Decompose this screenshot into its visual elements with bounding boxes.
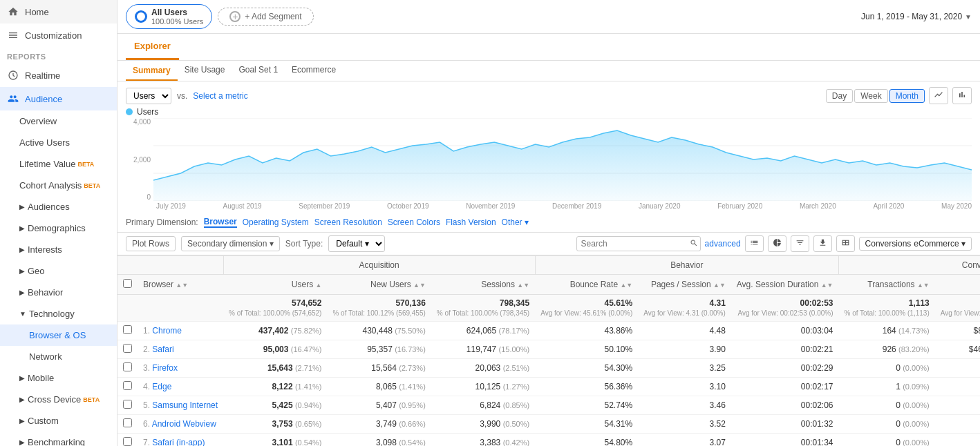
row-num: 2. (143, 345, 150, 354)
main-content: All Users 100.00% Users + + Add Segment … (117, 0, 980, 446)
users-col-header[interactable]: Users ▲ (223, 275, 327, 295)
search-wrap (576, 236, 701, 251)
dim-browser-link[interactable]: Browser (204, 217, 237, 228)
new-users-col-header[interactable]: New Users ▲▼ (327, 275, 431, 295)
date-range[interactable]: Jun 1, 2019 - May 31, 2020 ▼ (861, 12, 972, 21)
sidebar-item-benchmarking[interactable]: ▶ Benchmarking (0, 432, 117, 446)
row-users-cell: 3,101 (0.54%) (223, 434, 327, 447)
row-avg-duration-cell: 00:02:17 (731, 378, 839, 396)
browser-link[interactable]: Samsung Internet (152, 400, 218, 410)
tab-site-usage[interactable]: Site Usage (178, 61, 232, 81)
sidebar-item-cohort-analysis[interactable]: Cohort AnalysisBETA (0, 175, 117, 196)
funnel-button[interactable] (791, 235, 809, 252)
dim-os-link[interactable]: Operating System (243, 217, 309, 227)
select-metric-link[interactable]: Select a metric (193, 91, 247, 101)
totals-revenue-pct: Avg for View: $60,410.50 (0.00%) (941, 309, 980, 317)
sidebar-item-overview[interactable]: Overview (0, 110, 117, 132)
day-button[interactable]: Day (826, 89, 853, 103)
sidebar-item-network[interactable]: Network (0, 346, 117, 367)
totals-avg-duration: 00:02:53 (800, 298, 833, 308)
week-button[interactable]: Week (854, 89, 887, 103)
sidebar-item-geo[interactable]: ▶ Geo (0, 260, 117, 282)
totals-users: 574,652 (292, 298, 321, 308)
conversions-toggle[interactable]: Conversions eCommerce ▾ (859, 237, 972, 251)
add-segment-button[interactable]: + + Add Segment (218, 8, 313, 26)
avg-duration-col-header[interactable]: Avg. Session Duration ▲▼ (731, 275, 839, 295)
sidebar-item-lifetime-value[interactable]: Lifetime ValueBETA (0, 153, 117, 175)
row-checkbox-6[interactable] (123, 437, 132, 446)
row-checkbox-5[interactable] (123, 418, 132, 427)
x-label-5: December 2019 (552, 202, 601, 210)
advanced-link[interactable]: advanced (705, 239, 741, 249)
sidebar-item-audiences[interactable]: ▶ Audiences (0, 196, 117, 217)
dim-other-link[interactable]: Other ▾ (502, 217, 529, 227)
sidebar-item-behavior[interactable]: ▶ Behavior (0, 282, 117, 303)
transactions-col-header[interactable]: Transactions ▲▼ (839, 275, 935, 295)
sidebar-item-cross-device[interactable]: ▶ Cross DeviceBETA (0, 389, 117, 410)
lifetime-value-beta: BETA (77, 161, 94, 168)
browser-link[interactable]: Safari (in-app) (152, 438, 205, 446)
browser-link[interactable]: Firefox (152, 363, 178, 373)
browser-link[interactable]: Safari (152, 345, 173, 354)
x-label-2: September 2019 (299, 202, 350, 210)
browser-link[interactable]: Chrome (152, 326, 182, 336)
tab-ecommerce[interactable]: Ecommerce (285, 61, 343, 81)
tab-summary[interactable]: Summary (126, 61, 178, 81)
sidebar-active-users-label: Active Users (19, 137, 70, 148)
sidebar-item-technology[interactable]: ▼ Technology (0, 303, 117, 324)
sidebar-realtime-label: Realtime (25, 70, 60, 81)
sort-type-select[interactable]: Default ▾ (328, 235, 385, 252)
row-sessions-cell: 3,383 (0.42%) (431, 434, 535, 447)
row-users-pct: (75.82%) (291, 327, 322, 335)
pages-session-col-header[interactable]: Pages / Session ▲▼ (638, 275, 731, 295)
row-checkbox-3[interactable] (123, 381, 132, 390)
x-label-4: November 2019 (466, 202, 515, 210)
sessions-col-header[interactable]: Sessions ▲▼ (431, 275, 535, 295)
tab-goal-set-1[interactable]: Goal Set 1 (232, 61, 285, 81)
sidebar-item-active-users[interactable]: Active Users (0, 132, 117, 153)
sidebar-item-audience[interactable]: Audience (0, 87, 117, 110)
row-num-browser-cell: 3. Firefox (138, 359, 223, 378)
search-input[interactable] (576, 236, 701, 251)
plot-rows-button[interactable]: Plot Rows (126, 236, 176, 251)
month-button[interactable]: Month (889, 89, 925, 103)
totals-duration-avg: Avg for View: 00:02:53 (0.00%) (737, 309, 833, 317)
browser-link[interactable]: Android Webview (152, 419, 216, 429)
line-chart-button[interactable] (929, 87, 948, 104)
sidebar-item-realtime[interactable]: Realtime (0, 64, 117, 87)
dim-flash-version-link[interactable]: Flash Version (446, 217, 496, 227)
sidebar-item-interests[interactable]: ▶ Interests (0, 239, 117, 260)
sidebar-item-mobile[interactable]: ▶ Mobile (0, 367, 117, 389)
row-checkbox-0[interactable] (123, 325, 132, 334)
bar-chart-button[interactable] (952, 87, 972, 104)
sidebar-item-browser-os[interactable]: Browser & OS (0, 324, 117, 346)
secondary-dimension-button[interactable]: Secondary dimension ▾ (181, 236, 280, 251)
search-icon-button[interactable] (690, 239, 698, 249)
row-checkbox-1[interactable] (123, 344, 132, 353)
revenue-col-header[interactable]: Revenue ▲▼ (935, 275, 980, 295)
dim-screen-res-link[interactable]: Screen Resolution (314, 217, 382, 227)
row-checkbox-4[interactable] (123, 400, 132, 409)
metric-select[interactable]: Users (126, 88, 171, 104)
bounce-rate-col-header[interactable]: Bounce Rate ▲▼ (535, 275, 638, 295)
row-transactions-cell: 0 (0.00%) (839, 434, 935, 447)
pie-chart-button[interactable] (768, 235, 786, 252)
sidebar-item-custom[interactable]: ▶ Custom (0, 410, 117, 432)
row-checkbox-2[interactable] (123, 362, 132, 371)
row-bounce-rate-cell: 50.10% (535, 340, 638, 359)
row-new-users-cell: 15,564 (2.73%) (327, 359, 431, 378)
select-all-checkbox[interactable] (123, 279, 132, 288)
checkbox-header (117, 275, 138, 295)
dim-screen-colors-link[interactable]: Screen Colors (388, 217, 440, 227)
table-view-button[interactable] (745, 235, 764, 252)
sidebar-item-customization[interactable]: Customization (0, 23, 117, 47)
row-users: 437,402 (258, 326, 288, 336)
tab-explorer[interactable]: Explorer (126, 34, 179, 60)
browser-col-header[interactable]: Browser ▲▼ (138, 275, 223, 295)
sidebar-item-demographics[interactable]: ▶ Demographics (0, 217, 117, 239)
browser-link[interactable]: Edge (152, 382, 171, 391)
all-users-segment[interactable]: All Users 100.00% Users (126, 4, 212, 29)
sidebar-item-home[interactable]: Home (0, 0, 117, 23)
grid-button[interactable] (836, 235, 855, 252)
download-button[interactable] (813, 235, 832, 252)
